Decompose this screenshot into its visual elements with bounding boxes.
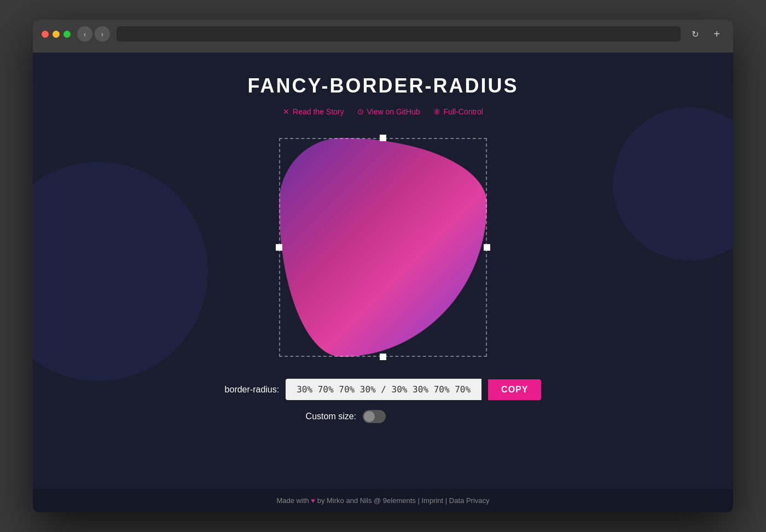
custom-size-row: Custom size: [306,410,386,423]
handle-bottom-center[interactable] [380,354,386,360]
handle-left-middle[interactable] [276,244,282,251]
shape-container[interactable] [279,138,487,357]
footer-sep2: | [445,496,449,505]
footer-heart-icon: ♥ [311,496,317,505]
github-icon: ⊙ [357,107,364,116]
footer-privacy-link[interactable]: Data Privacy [449,496,490,505]
footer-nils: Nils [360,496,372,505]
handle-right-middle[interactable] [484,244,490,251]
handle-top-center[interactable] [380,135,386,141]
footer-9elements-link[interactable]: 9elements [383,496,416,505]
back-button[interactable]: ‹ [77,26,92,42]
border-radius-label: border-radius: [225,385,280,395]
page-content: FANCY-BORDER-RADIUS ✕ Read the Story ⊙ V… [33,53,733,512]
new-tab-button[interactable]: + [709,26,724,42]
app-title: FANCY-BORDER-RADIUS [247,74,518,97]
browser-top-bar: ‹ › ↻ + [42,26,724,42]
nav-buttons: ‹ › [77,26,110,42]
browser-window: ‹ › ↻ + FANCY-BORDER-RADIUS [33,20,733,512]
border-radius-row: border-radius: 30% 70% 70% 30% / 30% 30%… [225,379,542,400]
footer-made-with: Made with [276,496,309,505]
full-control-link[interactable]: ⑧ Full-Control [433,107,483,116]
footer-imprint-link[interactable]: Imprint [421,496,443,505]
minimize-button[interactable] [53,31,60,38]
browser-tab-bar [42,47,724,53]
footer: Made with ♥ by Mirko and Nils @ 9element… [33,489,733,512]
github-link[interactable]: ⊙ View on GitHub [357,107,420,116]
address-bar[interactable] [117,26,681,42]
page-inner: FANCY-BORDER-RADIUS ✕ Read the Story ⊙ V… [33,53,733,440]
traffic-lights [42,31,71,38]
border-radius-value[interactable]: 30% 70% 70% 30% / 30% 30% 70% 70% [286,379,481,400]
full-control-label: Full-Control [444,107,483,116]
forward-icon: › [101,30,103,38]
controls-section: border-radius: 30% 70% 70% 30% / 30% 30%… [225,379,542,423]
footer-and: and [346,496,359,505]
footer-by: by [317,496,327,505]
close-button[interactable] [42,31,49,38]
reload-icon: ↻ [692,29,699,39]
nav-links: ✕ Read the Story ⊙ View on GitHub ⑧ Full… [283,107,483,116]
toggle-knob [364,411,375,422]
browser-chrome: ‹ › ↻ + [33,20,733,53]
read-story-link[interactable]: ✕ Read the Story [283,107,344,116]
full-control-icon: ⑧ [433,107,440,116]
custom-size-label: Custom size: [306,412,356,421]
maximize-button[interactable] [63,31,71,38]
back-icon: ‹ [84,30,86,38]
copy-button[interactable]: COPY [488,379,541,400]
blob-shape [279,138,487,357]
custom-size-toggle[interactable] [363,410,386,423]
footer-at: @ [374,496,383,505]
reload-button[interactable]: ↻ [687,26,703,42]
read-story-label: Read the Story [293,107,344,116]
new-tab-icon: + [713,28,720,41]
footer-mirko: Mirko [327,496,344,505]
read-story-icon: ✕ [283,107,289,116]
forward-button[interactable]: › [95,26,110,42]
github-label: View on GitHub [367,107,420,116]
